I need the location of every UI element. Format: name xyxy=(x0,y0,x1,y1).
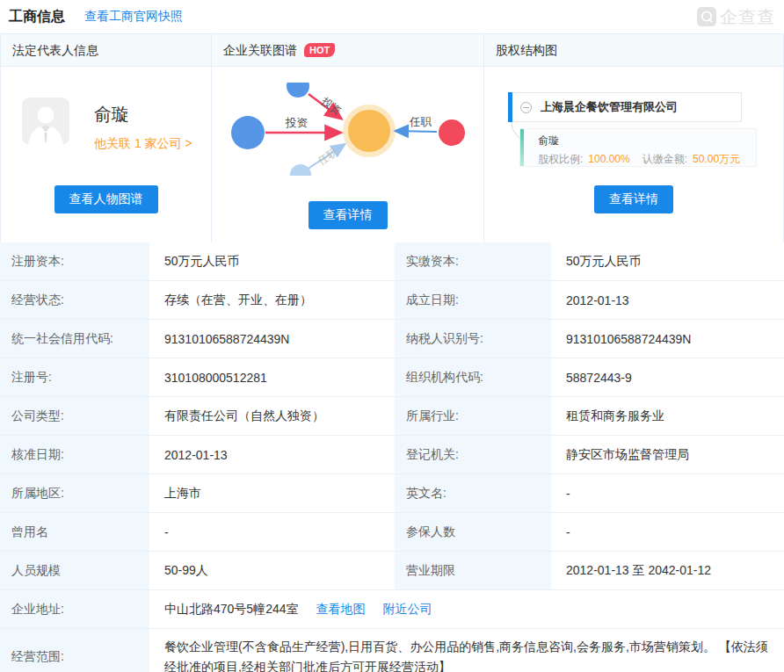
equity-panel-header: 股权结构图 xyxy=(484,34,783,67)
row-label: 统一社会信用代码: xyxy=(0,320,149,358)
company-card-accent-bar xyxy=(508,92,512,122)
row-value: 上海市 xyxy=(149,474,393,512)
row-label: 注册资本: xyxy=(0,242,149,280)
qichacha-logo-text: 企查查 xyxy=(720,5,775,29)
edge-label-invest-top: 投资 xyxy=(318,95,343,118)
row-value: 2012-01-13 至 2042-01-12 xyxy=(551,552,784,589)
equity-company-name: 上海晨企餐饮管理有限公司 xyxy=(541,99,678,115)
related-companies-link[interactable]: 他关联 1 家公司 > xyxy=(94,136,192,152)
equity-amount-label: 认缴金额: xyxy=(642,153,687,165)
row-value: - xyxy=(149,513,393,551)
snapshot-link[interactable]: 查看工商官网快照 xyxy=(84,9,183,25)
row-label: 经营状态: xyxy=(0,281,149,319)
relation-graph-chart[interactable]: 投资 投资 任职 任职 xyxy=(212,83,483,176)
row-label: 核准日期: xyxy=(0,436,149,473)
legal-rep-panel-title: 法定代表人信息 xyxy=(12,34,98,66)
address-label: 企业地址: xyxy=(0,590,149,628)
legal-rep-name: 俞璇 xyxy=(94,103,192,126)
row-value: 2012-01-13 xyxy=(551,281,784,319)
row-value: 2012-01-13 xyxy=(149,436,393,473)
row-label: 英文名: xyxy=(393,474,551,512)
row-label: 人员规模 xyxy=(0,552,149,589)
address-text: 中山北路470号5幢244室 xyxy=(164,602,299,618)
equity-panel-title: 股权结构图 xyxy=(496,34,557,66)
scope-label: 经营范围: xyxy=(0,629,149,672)
edge-label-post-right: 任职 xyxy=(409,116,432,128)
table-row: 公司类型: 有限责任公司（自然人独资） 所属行业: 租赁和商务服务业 xyxy=(0,396,784,435)
equity-holder-name: 俞璇 xyxy=(538,134,740,148)
node-employee-right[interactable] xyxy=(439,119,465,146)
legal-rep-panel: 法定代表人信息 俞璇 他关联 1 家公司 > 查看人物图谱 xyxy=(1,34,211,242)
equity-panel-body: 上海晨企餐饮管理有限公司 俞璇 股权比例:100.00%认缴金额:50.00万元… xyxy=(484,67,783,227)
row-value: 租赁和商务服务业 xyxy=(551,397,784,435)
view-equity-detail-button[interactable]: 查看详情 xyxy=(594,185,673,213)
row-value: 310108000512281 xyxy=(149,358,393,396)
view-person-graph-button[interactable]: 查看人物图谱 xyxy=(54,185,158,213)
row-value: - xyxy=(551,474,784,512)
collapse-minus-icon[interactable] xyxy=(520,102,532,113)
equity-panel: 股权结构图 上海晨企餐饮管理有限公司 俞璇 股权比例:100.00%认缴金额:5… xyxy=(483,34,783,242)
node-company-center[interactable] xyxy=(348,110,390,152)
relation-graph-panel-header: 企业关联图谱 HOT xyxy=(212,34,483,67)
equity-holder-box: 俞璇 股权比例:100.00%认缴金额:50.00万元 xyxy=(524,129,740,166)
legal-rep-row: 俞璇 他关联 1 家公司 > xyxy=(1,67,211,152)
equity-company-card[interactable]: 上海晨企餐饮管理有限公司 xyxy=(508,92,742,122)
edge-post-right xyxy=(396,131,437,132)
equity-ratio-label: 股权比例: xyxy=(538,153,583,165)
equity-detail-line: 股权比例:100.00%认缴金额:50.00万元 xyxy=(538,152,740,167)
row-label: 公司类型: xyxy=(0,397,149,435)
row-value: - xyxy=(551,513,784,551)
scope-text: 餐饮企业管理(不含食品生产经营),日用百货、办公用品的销售,商务信息咨询,会务服… xyxy=(149,629,784,672)
row-value: 91310106588724439N xyxy=(551,320,784,358)
row-value: 静安区市场监督管理局 xyxy=(551,436,784,473)
relation-graph-panel-body: 投资 投资 任职 任职 查看详情 xyxy=(212,83,483,242)
node-investor-top[interactable] xyxy=(287,83,309,98)
table-row: 统一社会信用代码: 91310106588724439N 纳税人识别号: 913… xyxy=(0,319,784,358)
relation-graph-panel: 企业关联图谱 HOT xyxy=(211,34,483,242)
row-label: 所属行业: xyxy=(393,397,551,435)
legal-rep-panel-body: 俞璇 他关联 1 家公司 > 查看人物图谱 xyxy=(1,67,211,227)
row-value: 91310106588724439N xyxy=(149,320,393,358)
business-scope-row: 经营范围: 餐饮企业管理(不含食品生产经营),日用百货、办公用品的销售,商务信息… xyxy=(0,628,784,672)
page-title: 工商信息 xyxy=(9,8,65,26)
row-label: 参保人数 xyxy=(393,513,551,551)
topbar: 工商信息 查看工商官网快照 企查查 xyxy=(0,0,784,33)
equity-holder-card[interactable]: 俞璇 股权比例:100.00%认缴金额:50.00万元 xyxy=(519,128,757,167)
qichacha-logo-icon xyxy=(697,7,716,26)
legal-rep-info: 俞璇 他关联 1 家公司 > xyxy=(94,98,192,152)
table-row: 注册号: 310108000512281 组织机构代码: 58872443-9 xyxy=(0,358,784,396)
row-label: 成立日期: xyxy=(393,281,551,319)
row-value: 50万元人民币 xyxy=(149,242,393,280)
table-row: 人员规模 50-99人 营业期限 2012-01-13 至 2042-01-12 xyxy=(0,551,784,589)
row-label: 纳税人识别号: xyxy=(393,320,551,358)
row-label: 组织机构代码: xyxy=(393,358,551,396)
nearby-companies-link[interactable]: 附近公司 xyxy=(383,602,432,618)
table-row: 注册资本: 50万元人民币 实缴资本: 50万元人民币 xyxy=(0,242,784,280)
qichacha-logo: 企查查 xyxy=(697,5,775,29)
row-label: 营业期限 xyxy=(393,552,551,589)
row-value: 58872443-9 xyxy=(551,358,784,396)
table-row: 经营状态: 存续（在营、开业、在册） 成立日期: 2012-01-13 xyxy=(0,280,784,319)
address-row: 企业地址: 中山北路470号5幢244室 查看地图 附近公司 xyxy=(0,589,784,628)
table-row: 核准日期: 2012-01-13 登记机关: 静安区市场监督管理局 xyxy=(0,435,784,473)
row-label: 注册号: xyxy=(0,358,149,396)
equity-ratio-value: 100.00% xyxy=(588,153,629,165)
node-employee-bottom[interactable] xyxy=(290,164,311,176)
view-map-link[interactable]: 查看地图 xyxy=(316,602,366,618)
row-label: 曾用名 xyxy=(0,513,149,551)
row-value: 50-99人 xyxy=(149,552,393,589)
hot-badge: HOT xyxy=(304,43,335,57)
node-investor-left[interactable] xyxy=(231,116,265,149)
business-info-table: 注册资本: 50万元人民币 实缴资本: 50万元人民币 经营状态: 存续（在营、… xyxy=(0,242,784,672)
person-avatar-icon xyxy=(22,98,69,145)
relation-graph-panel-title: 企业关联图谱 xyxy=(223,34,297,66)
view-relation-graph-button[interactable]: 查看详情 xyxy=(309,201,388,229)
row-value: 有限责任公司（自然人独资） xyxy=(149,397,393,435)
edge-label-invest-left: 投资 xyxy=(285,117,309,129)
summary-panels: 法定代表人信息 俞璇 他关联 1 家公司 > 查看人物图谱 企业关 xyxy=(0,33,784,242)
table-row: 所属地区: 上海市 英文名: - xyxy=(0,473,784,512)
row-label: 所属地区: xyxy=(0,474,149,512)
edge-label-post-bottom: 任职 xyxy=(315,145,340,168)
legal-rep-panel-header: 法定代表人信息 xyxy=(1,34,211,67)
address-value-cell: 中山北路470号5幢244室 查看地图 附近公司 xyxy=(149,590,784,628)
